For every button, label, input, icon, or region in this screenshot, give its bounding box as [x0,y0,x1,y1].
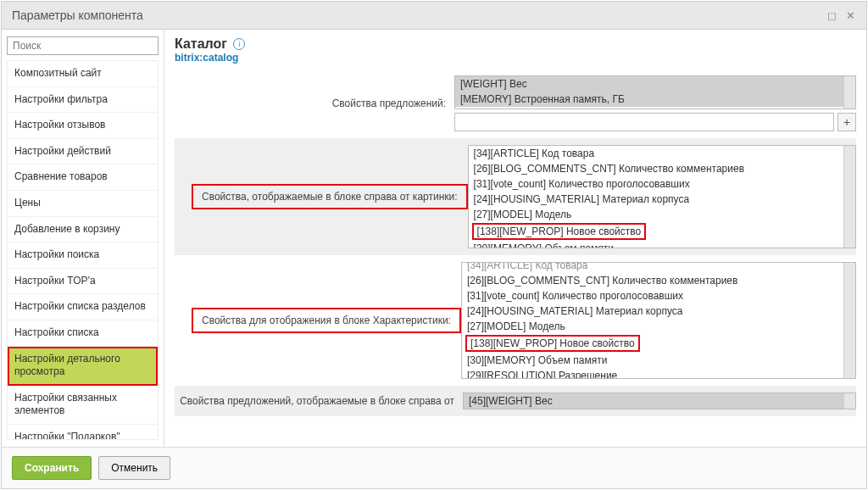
footer: Сохранить Отменить [2,447,866,488]
sidebar-item[interactable]: Добавление в корзину [8,217,158,243]
sidebar-item[interactable]: Настройки списка разделов [8,294,158,320]
maximize-icon[interactable]: ◻ [826,9,837,21]
sidebar-item[interactable]: Сравнение товаров [8,164,158,191]
sidebar-item[interactable]: Настройки детального просмотра [8,347,158,386]
nav-list[interactable]: Композитный сайтНастройки фильтраНастрой… [7,60,159,440]
sidebar-item[interactable]: Цены [8,191,158,217]
sidebar-item[interactable]: Настройки списка [8,320,158,347]
list-item[interactable]: [34][ARTICLE] Код товара [462,263,843,273]
component-name: bitrix:catalog [175,52,856,64]
scrollbar[interactable] [843,76,855,109]
offer-props-listbox[interactable]: [WEIGHT] Вес[MEMORY] Встроенная память, … [455,76,843,109]
scrollbar[interactable] [843,393,855,409]
sidebar-item[interactable]: Настройки фильтра [8,87,158,114]
row-label: Свойства предложений, отображаемые в бло… [175,395,463,407]
list-item[interactable]: [24][HOUSING_MATERIAL] Материал корпуса [462,303,843,319]
scrollbar[interactable] [843,263,855,378]
sidebar-item[interactable]: Настройки поиска [8,242,158,269]
sidebar-item[interactable]: Настройки отзывов [8,113,158,139]
close-icon[interactable]: ✕ [844,9,856,21]
main-panel: Каталог i bitrix:catalog Свойства предло… [164,30,866,447]
list-item[interactable]: [26][BLOG_COMMENTS_CNT] Количество комме… [469,161,843,176]
list-item[interactable]: [34][ARTICLE] Код товара [469,146,843,161]
offer-right-props-listbox[interactable]: [45][WEIGHT] Вес[46][MEMORY] Встроенная … [464,393,843,409]
list-item[interactable]: [31][vote_count] Количество проголосовав… [469,176,843,192]
sidebar-item[interactable]: Настройки связанных элементов [8,386,158,425]
param-row-offer-right-props: Свойства предложений, отображаемые в бло… [175,386,856,416]
row-label: Свойства предложений: [175,97,454,109]
sidebar-item[interactable]: Композитный сайт [8,61,158,87]
characteristics-props-listbox[interactable]: [34][ARTICLE] Код товара[26][BLOG_COMMEN… [462,263,843,378]
list-item[interactable]: [30][MEMORY] Объем памяти [462,353,843,368]
list-item[interactable]: [31][vote_count] Количество проголосовав… [462,288,843,303]
scrollbar[interactable] [843,146,855,248]
dialog-title: Параметры компонента [12,8,143,22]
param-row-offer-props: Свойства предложений: [WEIGHT] Вес[MEMOR… [175,69,856,138]
row-label: Свойства для отображения в блоке Характе… [192,308,461,333]
list-item[interactable]: [138][NEW_PROP] Новое свойство [469,222,843,241]
list-item[interactable]: [MEMORY] Встроенная память, ГБ [455,92,843,107]
sidebar-item[interactable]: Настройки действий [8,139,158,165]
param-row-characteristics-props: Свойства для отображения в блоке Характе… [175,255,856,386]
info-icon[interactable]: i [233,38,245,50]
titlebar: Параметры компонента ◻ ✕ [2,2,866,30]
row-label: Свойства, отображаемые в блоке справа от… [192,184,468,209]
list-item[interactable]: [26][BLOG_COMMENTS_CNT] Количество комме… [462,273,843,288]
sidebar-item[interactable]: Настройки "Подарков" [8,425,158,440]
dialog: Параметры компонента ◻ ✕ Композитный сай… [1,1,867,489]
list-item[interactable]: [138][NEW_PROP] Новое свойство [462,334,843,353]
list-item[interactable]: [27][MODEL] Модель [469,207,843,222]
list-item[interactable]: [30][MEMORY] Объем памяти [469,241,843,248]
list-item[interactable]: [WEIGHT] Вес [455,76,843,92]
cancel-button[interactable]: Отменить [98,456,170,480]
param-row-right-block-props: Свойства, отображаемые в блоке справа от… [175,138,856,255]
list-item[interactable]: [24][HOUSING_MATERIAL] Материал корпуса [469,192,843,207]
search-input[interactable] [7,36,159,55]
list-item[interactable]: [45][WEIGHT] Вес [464,393,843,409]
add-button[interactable]: + [837,113,856,131]
list-item[interactable]: [27][MODEL] Модель [462,319,843,334]
list-item[interactable]: [29][RESOLUTION] Разрешение [462,368,843,378]
offer-props-input[interactable] [454,113,834,131]
save-button[interactable]: Сохранить [12,456,92,480]
sidebar: Композитный сайтНастройки фильтраНастрой… [2,30,164,447]
sidebar-item[interactable]: Настройки TOP'а [8,269,158,295]
right-block-props-listbox[interactable]: [34][ARTICLE] Код товара[26][BLOG_COMMEN… [469,146,843,248]
page-title: Каталог [175,36,227,52]
